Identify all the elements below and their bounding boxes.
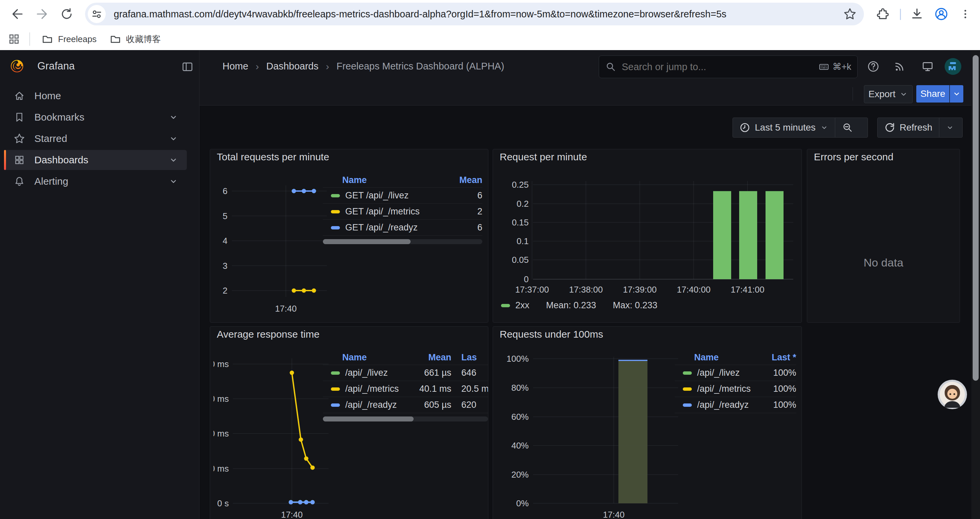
legend-series-name[interactable]: 2xx — [515, 300, 529, 311]
back-button[interactable] — [8, 5, 27, 23]
svg-text:80 ms: 80 ms — [213, 359, 229, 369]
legend-cell[interactable]: GET /api/_/readyz — [323, 222, 442, 233]
legend-series-name[interactable]: /api/_/livez — [345, 368, 388, 378]
panel-title[interactable]: Request per minute — [500, 151, 587, 163]
help-button[interactable] — [864, 57, 882, 75]
bookmark-star-icon[interactable] — [840, 4, 860, 24]
toolbar-divider — [900, 9, 901, 20]
search-box[interactable]: ⌘+k — [599, 56, 858, 78]
legend-cell[interactable]: GET /api/_/metrics — [323, 206, 442, 217]
panel-title[interactable]: Requests under 100ms — [500, 329, 603, 340]
url-input[interactable] — [113, 8, 840, 20]
sidebar-collapse-button[interactable] — [180, 59, 195, 74]
sidebar-item-dashboards[interactable]: Dashboards — [4, 150, 187, 170]
profile-button[interactable] — [932, 5, 951, 23]
legend-cell[interactable]: /api/_/readyz — [675, 400, 763, 410]
legend-scrollbar[interactable] — [323, 417, 488, 422]
keyboard-icon — [819, 61, 829, 72]
legend-series-name[interactable]: /api/_/metrics — [345, 384, 399, 394]
reload-button[interactable] — [57, 5, 76, 23]
apps-button[interactable] — [5, 30, 23, 48]
chevron-down-icon[interactable] — [169, 134, 178, 143]
chevron-down-icon[interactable] — [169, 177, 178, 186]
svg-text:17:40:00: 17:40:00 — [677, 284, 711, 295]
sidebar-item-label: Home — [34, 90, 61, 102]
bookmarks-bar: Freeleaps 收藏博客 — [0, 29, 980, 50]
legend-series-name[interactable]: /api/_/readyz — [345, 400, 397, 410]
chevron-down-icon[interactable] — [169, 113, 178, 122]
sidebar-item-starred[interactable]: Starred — [4, 129, 187, 149]
puzzle-icon — [875, 7, 889, 21]
panel-left-icon — [181, 61, 194, 73]
floating-assistant-avatar[interactable] — [938, 380, 967, 409]
sidebar-item-label: Dashboards — [34, 154, 88, 166]
panel-title[interactable]: Average response time — [217, 329, 320, 340]
legend-cell[interactable]: /api/_/metrics — [323, 384, 409, 394]
search-input[interactable] — [621, 61, 819, 73]
bookmark-item-freeleaps[interactable]: Freeleaps — [36, 30, 102, 48]
timeseries-chart: 80 ms60 ms40 ms20 ms0 s17:40 — [213, 353, 332, 519]
panel-title[interactable]: Errors per second — [814, 151, 893, 163]
legend[interactable]: 2xx Mean: 0.233 Max: 0.233 — [501, 300, 657, 311]
svg-text:17:39:00: 17:39:00 — [623, 284, 657, 295]
refresh-button[interactable]: Refresh — [878, 118, 939, 137]
chevron-down-icon[interactable] — [169, 155, 178, 164]
panel-title[interactable]: Total requests per minute — [217, 151, 329, 163]
user-avatar[interactable] — [945, 58, 961, 75]
share-menu-button[interactable] — [950, 85, 963, 102]
url-bar[interactable] — [85, 3, 864, 26]
site-settings-icon[interactable] — [88, 5, 106, 23]
legend-series-name[interactable]: /api/_/livez — [697, 368, 740, 378]
legend-scrollbar[interactable] — [323, 239, 482, 244]
legend-series-name[interactable]: GET /api/_/livez — [345, 190, 409, 201]
export-button[interactable]: Export — [864, 85, 913, 103]
legend-series-name[interactable]: /api/_/metrics — [697, 384, 751, 394]
legend-cell[interactable]: /api/_/livez — [323, 368, 409, 378]
browser-menu-button[interactable] — [956, 5, 975, 23]
legend-series-name[interactable]: GET /api/_/readyz — [345, 222, 418, 233]
legend-column-header: Name — [323, 175, 442, 185]
legend-cell[interactable]: /api/_/metrics — [675, 384, 763, 394]
news-button[interactable] — [891, 57, 908, 75]
time-range-picker[interactable]: Last 5 minutes — [733, 118, 835, 137]
refresh-interval-button[interactable] — [939, 118, 961, 137]
legend-row: /api/_/livez661 µs646 — [323, 365, 488, 381]
legend-cell[interactable]: /api/_/livez — [675, 368, 763, 378]
bookmark-item-blogs[interactable]: 收藏博客 — [104, 30, 166, 48]
legend-column-header: Name — [323, 352, 409, 363]
breadcrumb-home[interactable]: Home — [223, 61, 248, 72]
dashboards-grid-icon — [13, 153, 26, 167]
page-scrollbar[interactable] — [971, 50, 980, 519]
star-icon — [13, 132, 26, 145]
panel-errors-per-second: Errors per second No data — [807, 149, 960, 323]
legend-scrollbar-thumb[interactable] — [323, 239, 410, 244]
svg-text:17:41:00: 17:41:00 — [730, 284, 764, 295]
extensions-button[interactable] — [872, 5, 891, 23]
home-icon — [13, 89, 26, 102]
grafana-logo-icon[interactable] — [10, 58, 25, 74]
sidebar-item-bookmarks[interactable]: Bookmarks — [4, 107, 187, 127]
apps-grid-icon — [8, 33, 20, 45]
legend-cell[interactable]: /api/_/readyz — [323, 400, 409, 410]
breadcrumb-dashboards[interactable]: Dashboards — [266, 61, 318, 72]
share-button[interactable]: Share — [916, 85, 949, 102]
zoom-out-button[interactable] — [835, 118, 860, 137]
svg-text:0.1: 0.1 — [517, 236, 529, 246]
legend-series-name[interactable]: /api/_/readyz — [697, 400, 749, 410]
chevron-down-icon — [820, 124, 828, 132]
legend-cell[interactable]: GET /api/_/livez — [323, 190, 442, 201]
svg-text:20 ms: 20 ms — [213, 463, 229, 474]
forward-button[interactable] — [33, 5, 51, 23]
search-shortcut: ⌘+k — [819, 61, 851, 72]
legend-scrollbar-thumb[interactable] — [323, 417, 414, 422]
svg-text:0.15: 0.15 — [512, 217, 529, 227]
scrollbar-thumb[interactable] — [973, 55, 978, 381]
time-range-group: Last 5 minutes — [732, 118, 868, 137]
downloads-button[interactable] — [908, 5, 926, 23]
legend-header-row: NameLast * — [675, 350, 796, 365]
legend-series-name[interactable]: GET /api/_/metrics — [345, 206, 420, 217]
kiosk-mode-button[interactable] — [919, 57, 937, 75]
sidebar-item-alerting[interactable]: Alerting — [4, 171, 187, 192]
screen: Freeleaps 收藏博客 Grafana Home › Dashboards… — [0, 0, 980, 519]
sidebar-item-home[interactable]: Home — [4, 86, 187, 106]
